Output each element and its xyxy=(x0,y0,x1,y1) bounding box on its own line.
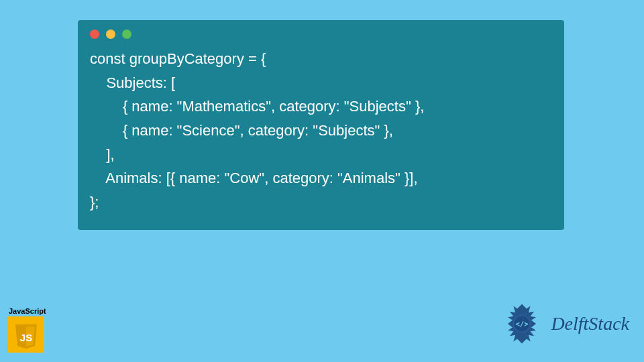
javascript-badge: JavaScript JS xyxy=(8,307,48,353)
code-line: }; xyxy=(90,194,99,210)
close-icon xyxy=(90,29,99,39)
javascript-label: JavaScript xyxy=(8,307,48,315)
code-line: const groupByCategory = { xyxy=(90,50,266,67)
window-controls xyxy=(78,20,564,44)
code-block: const groupByCategory = { Subjects: [ { … xyxy=(78,44,564,214)
code-line: { name: "Science", category: "Subjects" … xyxy=(90,122,393,139)
code-line: { name: "Mathematics", category: "Subjec… xyxy=(90,98,424,115)
delftstack-emblem-icon: </> xyxy=(498,300,545,347)
svg-text:</>: </> xyxy=(516,320,529,328)
code-line: Animals: [{ name: "Cow", category: "Anim… xyxy=(90,170,418,186)
code-window: const groupByCategory = { Subjects: [ { … xyxy=(78,20,564,230)
delftstack-logo: </> DelftStack xyxy=(498,300,629,347)
svg-text:JS: JS xyxy=(20,332,32,343)
code-line: Subjects: [ xyxy=(90,74,175,91)
maximize-icon xyxy=(122,29,131,39)
minimize-icon xyxy=(106,29,115,39)
javascript-shield-icon: JS xyxy=(8,316,44,353)
code-line: ], xyxy=(90,146,115,163)
delftstack-text: DelftStack xyxy=(551,313,629,335)
